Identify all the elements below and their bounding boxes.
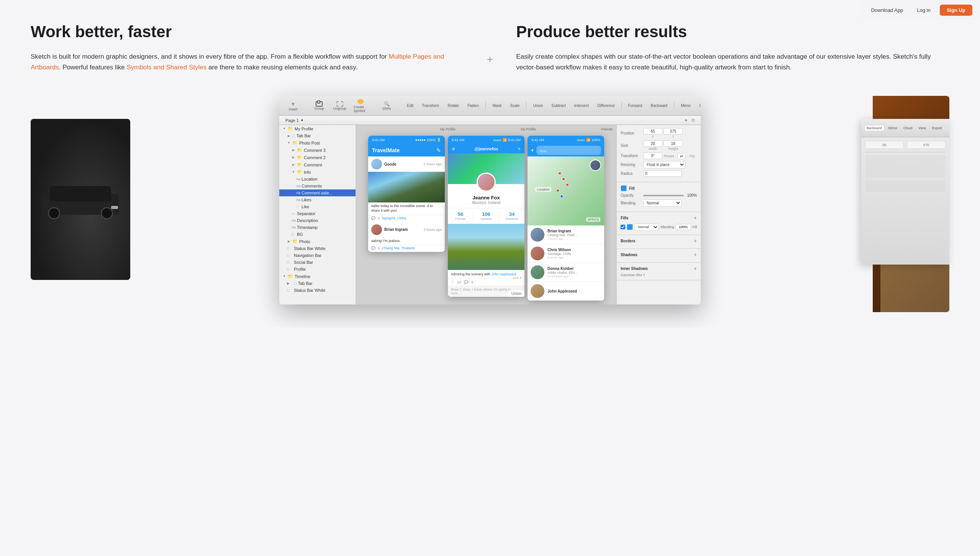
sidebar-item-profile[interactable]: □ Profile (279, 266, 356, 273)
fill-swatch-1[interactable] (627, 224, 633, 230)
sidebar-item-description[interactable]: Aa Description (279, 217, 356, 224)
map-area: Location AFRICA (528, 156, 604, 225)
difference-button[interactable]: Difference (594, 102, 618, 109)
resizing-select[interactable]: Float in place Stretch Pin to corner (643, 161, 685, 168)
sidebar-item-tab-bar-2[interactable]: ▶ □ Tab Bar (279, 280, 356, 287)
symbols-link[interactable]: Symbols and Shared Styles (126, 64, 206, 71)
add-page-button[interactable]: + (683, 118, 689, 123)
feed-location-1: Nyingchi, China (382, 216, 406, 220)
view-btn[interactable]: View (917, 125, 928, 131)
toggle-info[interactable]: ▼ (292, 170, 295, 174)
rotate-input[interactable] (643, 153, 662, 159)
transform-button[interactable]: Transform (418, 102, 442, 109)
car-body-upper (50, 186, 111, 201)
sketch-icon-3: Sketch (577, 139, 585, 141)
sidebar-item-photo[interactable]: ▶ 📁 Photo (279, 238, 356, 245)
right-col: Produce better results Easily create com… (516, 23, 949, 73)
height-input[interactable] (664, 140, 683, 147)
sidebar-item-photo-post[interactable]: ▼ 📁 Photo Post (279, 139, 356, 146)
intersect-button[interactable]: Intersect (571, 102, 592, 109)
sidebar-item-comment[interactable]: ▶ 📁 Comment (279, 161, 356, 168)
inspector-borders-section: Borders + (617, 235, 701, 249)
cloud-button[interactable]: Cloud (696, 102, 701, 109)
sidebar-item-separator[interactable]: — Separator (279, 210, 356, 217)
y-label: Y (664, 135, 683, 138)
sidebar-item-timeline[interactable]: ▼ 📁 Timeline (279, 273, 356, 280)
zoom-button[interactable]: 🔍 100% (377, 98, 396, 114)
toggle-my-profile[interactable]: ▼ (282, 127, 286, 131)
mask-button[interactable]: Mask (489, 102, 505, 109)
toggle-photo-post[interactable]: ▼ (287, 141, 291, 145)
sidebar-item-bg[interactable]: □ BG (279, 231, 356, 238)
blending-select[interactable]: Normal Multiply Screen (643, 199, 682, 207)
fill-color-swatch[interactable] (621, 185, 627, 191)
compose-icon[interactable]: ✎ (436, 147, 441, 153)
post-link[interactable]: John Appleseed. (492, 272, 517, 276)
toggle-timeline[interactable]: ▼ (282, 275, 286, 278)
flatten-button[interactable]: Flatten (464, 102, 483, 109)
sidebar-item-status-bar-white[interactable]: □ Status Bar White (279, 245, 356, 252)
cloud-btn[interactable]: Cloud (901, 125, 914, 131)
edit-button[interactable]: Edit (403, 102, 417, 109)
scale-button[interactable]: Scale (506, 102, 523, 109)
sidebar-item-social-bar[interactable]: □ Social Bar (279, 259, 356, 266)
width-input-group: Width (643, 140, 662, 151)
download-app-btn[interactable]: Download App (867, 5, 908, 15)
sidebar-item-timestamp[interactable]: Aa Timestamp (279, 224, 356, 231)
sidebar-item-info[interactable]: ▼ 📁 Info (279, 168, 356, 176)
backward-button[interactable]: Backward (647, 102, 671, 109)
radius-input[interactable] (643, 170, 682, 177)
add-border-button[interactable]: + (694, 238, 697, 243)
forward-button[interactable]: Forward (625, 102, 646, 109)
opacity-slider[interactable] (643, 195, 684, 196)
width-input[interactable] (643, 140, 662, 147)
car-silhouette (38, 176, 123, 222)
settings-icon[interactable]: ⚙ (690, 118, 697, 123)
updates-count: 106 (475, 211, 497, 217)
y-input[interactable] (664, 128, 683, 135)
sidebar-item-comments-text[interactable]: Aa Comments (279, 183, 356, 189)
page-selector[interactable]: Page 1 ▼ (283, 117, 306, 123)
union-button[interactable]: Union (529, 102, 546, 109)
fill-type-select[interactable]: Normal (634, 224, 659, 230)
fill-opacity-input[interactable] (676, 224, 691, 230)
compose-btn[interactable]: ✎ (518, 147, 521, 151)
sidebar-item-status-bar-white-2[interactable]: □ Status Bar White (279, 287, 356, 294)
add-shadow-button[interactable]: + (694, 252, 697, 257)
sidebar-item-comment3[interactable]: ▶ 📁 Comment 3 (279, 146, 356, 154)
ungroup-button[interactable]: Ungroup (331, 98, 349, 114)
mirror-btn[interactable]: Mirror (887, 125, 900, 131)
toggle-comment: ▶ (292, 163, 295, 167)
sidebar-item-location[interactable]: Aa Location (279, 176, 356, 183)
login-btn[interactable]: Log in (912, 5, 935, 15)
sidebar-item-comment-sale[interactable]: Aa Comment-sale... (279, 189, 356, 196)
search-container: Sear... (536, 146, 601, 155)
text-icon-location: Aa (296, 177, 300, 181)
create-symbol-button[interactable]: Create Symbol (351, 98, 370, 114)
friend-item-4: John Appleseed (528, 282, 604, 301)
rotate-button[interactable]: Rotate (444, 102, 462, 109)
gaussian-blur: Gaussian Blur ◊ (621, 273, 697, 277)
add-inner-shadow-button[interactable]: + (694, 266, 697, 271)
mirror-button[interactable]: Mirror (677, 102, 694, 109)
right-x-input: 65 (865, 141, 904, 149)
sidebar-item-comment2[interactable]: ▶ 📁 Comment 2 (279, 154, 356, 161)
flip-h-btn[interactable]: ⇄ (678, 153, 686, 159)
sidebar-item-likes[interactable]: Aa Likes (279, 196, 356, 203)
back-icon[interactable]: ✈ (531, 148, 534, 153)
sidebar-item-like[interactable]: ♡ Like (279, 203, 356, 210)
tab-bar-label: Tab Bar (297, 133, 352, 138)
backward-btn[interactable]: Backward (864, 125, 884, 131)
fill-checkbox[interactable] (621, 225, 625, 229)
group-button[interactable]: Group (310, 98, 328, 114)
settings-btn[interactable]: ⚙ (452, 147, 455, 151)
insert-button[interactable]: + Insert (284, 98, 302, 114)
subtract-button[interactable]: Subtract (548, 102, 569, 109)
x-input[interactable] (643, 128, 662, 135)
sidebar-item-nav-bar[interactable]: □ Navigation Bar (279, 252, 356, 259)
signup-btn[interactable]: Sign Up (940, 5, 972, 16)
sidebar-item-my-profile[interactable]: ▼ 📁 My Profile (279, 125, 356, 132)
sidebar-item-tab-bar[interactable]: ▶ □ Tab Bar (279, 132, 356, 139)
add-fill-button[interactable]: + (694, 215, 697, 220)
export-btn[interactable]: Export (930, 125, 944, 131)
